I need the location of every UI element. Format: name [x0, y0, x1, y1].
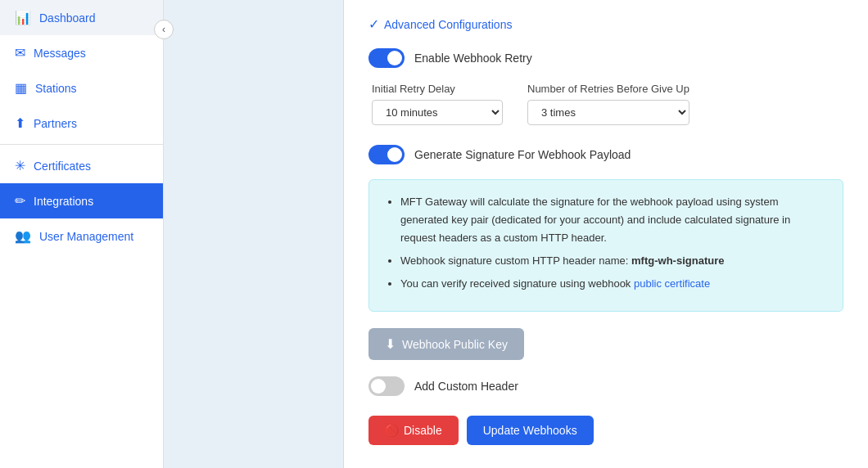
content-panel [164, 0, 344, 468]
generate-signature-label: Generate Signature For Webhook Payload [414, 148, 631, 161]
dashboard-icon: 📊 [15, 10, 31, 25]
sidebar: 📊 Dashboard ✉ Messages ▦ Stations ⬆ Part… [0, 0, 164, 468]
public-certificate-link[interactable]: public certificate [634, 277, 710, 290]
update-webhooks-button[interactable]: Update Webhooks [467, 416, 594, 445]
certificates-icon: ✳ [15, 158, 25, 173]
sidebar-item-integrations[interactable]: ✏ Integrations [0, 183, 163, 218]
webhook-retry-toggle[interactable] [368, 48, 405, 68]
disable-icon: 🚫 [385, 424, 399, 437]
user-management-icon: 👥 [15, 228, 31, 244]
sidebar-item-partners[interactable]: ⬆ Partners [0, 106, 163, 141]
webhook-retry-row: Enable Webhook Retry [368, 48, 843, 68]
check-icon: ✓ [368, 16, 379, 32]
download-icon: ⬇ [385, 336, 396, 352]
integrations-icon: ✏ [15, 193, 25, 209]
info-bullet-1: MFT Gateway will calculate the signature… [400, 193, 826, 247]
add-custom-header-slider [368, 376, 405, 396]
sidebar-collapse-button[interactable]: ‹ [154, 20, 174, 39]
generate-signature-row: Generate Signature For Webhook Payload [368, 145, 843, 164]
initial-retry-delay-field: Initial Retry Delay 1 minute 5 minutes 1… [372, 83, 503, 125]
initial-retry-delay-label: Initial Retry Delay [372, 83, 503, 95]
webhook-public-key-button[interactable]: ⬇ Webhook Public Key [368, 328, 524, 360]
info-bullet-3-prefix: You can verify received signature using … [400, 277, 634, 290]
generate-signature-toggle[interactable] [368, 145, 405, 164]
sidebar-item-user-management[interactable]: 👥 User Management [0, 218, 163, 254]
info-bullet-2: Webhook signature custom HTTP header nam… [400, 252, 826, 270]
number-of-retries-field: Number of Retries Before Give Up 1 time … [527, 83, 689, 125]
retry-config: Initial Retry Delay 1 minute 5 minutes 1… [372, 83, 843, 125]
initial-retry-delay-select[interactable]: 1 minute 5 minutes 10 minutes 30 minutes… [372, 100, 503, 125]
partners-icon: ⬆ [15, 115, 25, 131]
number-of-retries-label: Number of Retries Before Give Up [527, 83, 689, 95]
disable-button[interactable]: 🚫 Disable [368, 416, 459, 445]
signature-info-box: MFT Gateway will calculate the signature… [368, 179, 843, 312]
webhook-retry-label: Enable Webhook Retry [414, 52, 532, 65]
info-bullet-3: You can verify received signature using … [400, 275, 826, 293]
add-custom-header-toggle[interactable] [368, 376, 405, 396]
sidebar-item-stations[interactable]: ▦ Stations [0, 70, 163, 106]
sidebar-item-dashboard[interactable]: 📊 Dashboard [0, 0, 163, 35]
add-custom-header-row: Add Custom Header [368, 376, 843, 396]
right-panel: ✓ Advanced Configurations Enable Webhook… [344, 0, 868, 468]
generate-signature-slider [368, 145, 405, 164]
sidebar-item-messages[interactable]: ✉ Messages [0, 35, 163, 70]
advanced-config-link[interactable]: ✓ Advanced Configurations [368, 16, 843, 32]
add-custom-header-label: Add Custom Header [414, 380, 518, 393]
number-of-retries-select[interactable]: 1 time 2 times 3 times 5 times 10 times [527, 100, 689, 125]
stations-icon: ▦ [15, 80, 27, 96]
info-bullet-2-bold: mftg-wh-signature [631, 254, 724, 267]
messages-icon: ✉ [15, 45, 25, 61]
sidebar-item-certificates[interactable]: ✳ Certificates [0, 148, 163, 183]
webhook-retry-slider [368, 48, 405, 68]
action-buttons: 🚫 Disable Update Webhooks [368, 416, 843, 445]
main-area: ✓ Advanced Configurations Enable Webhook… [164, 0, 868, 468]
info-bullet-2-prefix: Webhook signature custom HTTP header nam… [400, 254, 631, 267]
sidebar-divider [0, 144, 163, 145]
